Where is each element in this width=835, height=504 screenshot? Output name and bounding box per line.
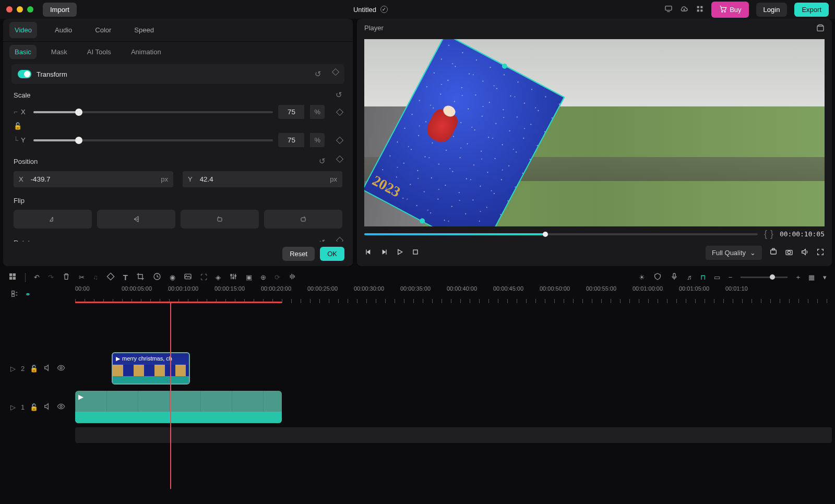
- position-y-input[interactable]: [198, 171, 325, 187]
- prev-frame-button[interactable]: [364, 248, 373, 258]
- display-icon[interactable]: [664, 5, 673, 15]
- audio-tool-icon[interactable]: [289, 272, 297, 282]
- playhead[interactable]: ✂: [170, 303, 171, 489]
- track-mute-icon[interactable]: [43, 402, 52, 412]
- track-lock-icon[interactable]: 🔓: [30, 365, 38, 373]
- transform-keyframe-icon[interactable]: [332, 68, 339, 76]
- track-motion-icon[interactable]: ⊕: [260, 273, 266, 281]
- music-icon[interactable]: ♫: [93, 273, 98, 281]
- sun-icon[interactable]: ☀: [639, 273, 645, 281]
- scale-x-value[interactable]: [278, 105, 304, 119]
- export-button[interactable]: Export: [794, 3, 829, 17]
- layout-icon[interactable]: [8, 272, 17, 282]
- position-x-field[interactable]: X px: [14, 171, 173, 187]
- transform-reset-icon[interactable]: ↺: [315, 69, 321, 79]
- tab-audio[interactable]: Audio: [50, 22, 77, 38]
- mark-out-icon[interactable]: }: [770, 229, 773, 239]
- position-reset-icon[interactable]: ↺: [319, 157, 326, 166]
- track-visibility-icon[interactable]: [57, 364, 65, 374]
- quality-dropdown[interactable]: Full Quality ⌄: [706, 246, 762, 260]
- scale-x-keyframe-icon[interactable]: [336, 108, 343, 115]
- delete-icon[interactable]: [62, 272, 70, 282]
- close-window[interactable]: [6, 6, 13, 13]
- position-y-field[interactable]: Y px: [183, 171, 342, 187]
- mixer-icon[interactable]: ♬: [687, 273, 692, 281]
- detach-icon[interactable]: [769, 248, 778, 258]
- clip-merry-christmas[interactable]: ▶ merry christmas, ch: [112, 352, 190, 385]
- zoom-slider[interactable]: [741, 277, 788, 278]
- subtab-ai-tools[interactable]: AI Tools: [82, 45, 116, 59]
- ok-button[interactable]: OK: [320, 247, 344, 261]
- play-button[interactable]: [396, 248, 404, 258]
- magnet-icon[interactable]: ⊓: [700, 273, 706, 281]
- buy-button[interactable]: Buy: [711, 2, 748, 18]
- flip-horizontal-button[interactable]: [14, 210, 92, 229]
- mic-icon[interactable]: [670, 272, 678, 282]
- camera-icon[interactable]: [785, 248, 793, 258]
- detect-icon[interactable]: ⛶: [200, 273, 207, 281]
- text-icon[interactable]: T: [123, 273, 128, 282]
- tag-icon[interactable]: [106, 272, 115, 282]
- reset-button[interactable]: Reset: [282, 247, 315, 261]
- timeline-ruler[interactable]: 00:0000:00:05:0000:00:10:0000:00:15:0000…: [75, 285, 832, 303]
- scale-y-slider[interactable]: [33, 139, 273, 141]
- empty-track[interactable]: [3, 427, 832, 443]
- tab-speed[interactable]: Speed: [129, 22, 159, 38]
- rotate-ccw-button[interactable]: [181, 210, 259, 229]
- next-frame-button[interactable]: [380, 248, 388, 258]
- keyframe-tool-icon[interactable]: ◈: [216, 273, 221, 281]
- timeline-settings-icon[interactable]: [10, 290, 19, 299]
- track-visibility-icon[interactable]: [57, 402, 65, 412]
- rotate-cw-button[interactable]: [264, 210, 342, 229]
- render-icon[interactable]: ⟳: [275, 273, 280, 281]
- volume-icon[interactable]: [801, 248, 809, 258]
- link-icon[interactable]: ⚭: [25, 291, 31, 298]
- more-icon[interactable]: ▾: [823, 273, 827, 281]
- undo-icon[interactable]: ↶: [34, 273, 40, 281]
- track-lock-icon[interactable]: 🔓: [30, 403, 38, 411]
- track-height-icon[interactable]: ▦: [808, 273, 815, 281]
- clip-main-video[interactable]: ▶: [75, 391, 282, 423]
- scrub-bar[interactable]: [364, 233, 758, 235]
- maximize-window[interactable]: [27, 6, 33, 13]
- screen-icon[interactable]: ▣: [246, 273, 252, 281]
- subtab-basic[interactable]: Basic: [9, 45, 37, 59]
- track-mute-icon[interactable]: [43, 364, 52, 374]
- adjust-icon[interactable]: [229, 272, 237, 282]
- rotate-keyframe-icon[interactable]: [336, 237, 343, 242]
- tab-video[interactable]: Video: [9, 22, 37, 38]
- shield-icon[interactable]: [653, 272, 662, 282]
- speed-icon[interactable]: [153, 272, 161, 282]
- login-button[interactable]: Login: [756, 3, 788, 17]
- zoom-out-icon[interactable]: −: [729, 273, 733, 281]
- color-wheel-icon[interactable]: ◉: [170, 273, 175, 281]
- redo-icon[interactable]: ↷: [48, 273, 54, 281]
- split-icon[interactable]: ✂: [79, 273, 85, 281]
- snapshot-mode-icon[interactable]: [816, 24, 825, 34]
- subtab-mask[interactable]: Mask: [46, 45, 73, 59]
- crop-icon[interactable]: [136, 272, 145, 282]
- subtab-animation[interactable]: Animation: [126, 45, 166, 59]
- position-keyframe-icon[interactable]: [336, 155, 343, 163]
- import-button[interactable]: Import: [43, 3, 77, 17]
- scale-reset-icon[interactable]: ↺: [336, 90, 342, 100]
- scale-y-value[interactable]: [278, 133, 304, 147]
- preview-viewport[interactable]: 2023: [364, 39, 825, 226]
- scale-y-keyframe-icon[interactable]: [336, 136, 343, 143]
- minimize-window[interactable]: [17, 6, 23, 13]
- transform-toggle[interactable]: [18, 70, 31, 78]
- position-x-input[interactable]: [29, 171, 156, 187]
- scale-x-slider[interactable]: [33, 111, 273, 113]
- zoom-in-icon[interactable]: +: [796, 273, 800, 281]
- fullscreen-icon[interactable]: [816, 248, 825, 258]
- rotate-reset-icon[interactable]: ↺: [319, 238, 326, 242]
- mark-in-icon[interactable]: {: [764, 229, 767, 239]
- scale-lock-icon[interactable]: 🔓: [11, 122, 19, 130]
- picture-icon[interactable]: [184, 272, 192, 282]
- grid-icon[interactable]: [696, 5, 704, 15]
- stop-button[interactable]: [411, 248, 420, 258]
- cloud-icon[interactable]: [680, 5, 688, 15]
- tab-color[interactable]: Color: [90, 22, 116, 38]
- marker-icon[interactable]: ▭: [714, 273, 720, 281]
- flip-vertical-button[interactable]: [97, 210, 175, 229]
